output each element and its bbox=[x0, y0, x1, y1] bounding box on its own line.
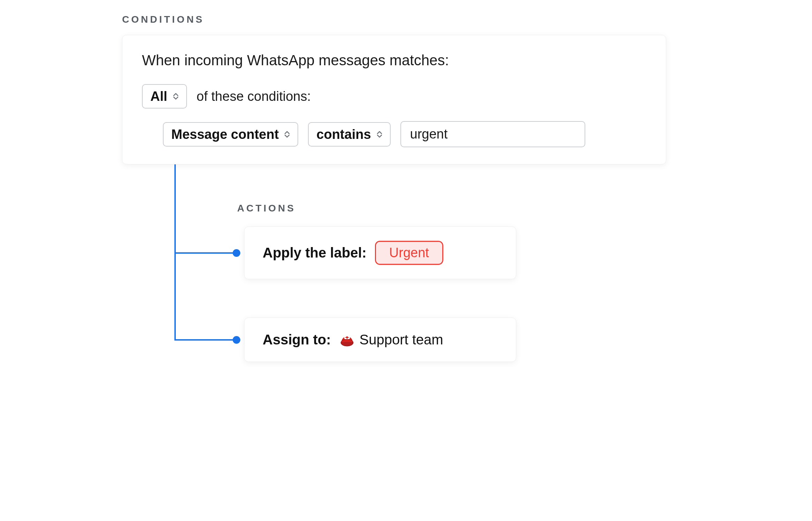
action-row: Apply the label: Urgent bbox=[174, 226, 691, 279]
label-tag-urgent[interactable]: Urgent bbox=[375, 241, 443, 265]
assignee-name: Support team bbox=[360, 332, 443, 348]
conditions-card: When incoming WhatsApp messages matches:… bbox=[122, 35, 666, 164]
conditions-title: When incoming WhatsApp messages matches: bbox=[142, 52, 646, 69]
svg-rect-3 bbox=[345, 337, 349, 338]
assignee-value[interactable]: Support team bbox=[339, 332, 443, 348]
action-row: Assign to: Support team bbox=[174, 318, 691, 362]
condition-field-value: Message content bbox=[171, 128, 279, 141]
action-apply-label-card: Apply the label: Urgent bbox=[244, 226, 516, 279]
chevron-updown-icon bbox=[173, 93, 179, 100]
connector-node-dot bbox=[233, 249, 240, 257]
action-assign-card: Assign to: Support team bbox=[244, 318, 516, 362]
conditions-section-label: CONDITIONS bbox=[122, 14, 691, 25]
connector-horizontal-line bbox=[175, 252, 236, 254]
connector-horizontal-line bbox=[175, 339, 236, 341]
condition-operator-select[interactable]: contains bbox=[308, 122, 390, 147]
condition-operator-value: contains bbox=[316, 128, 371, 141]
match-suffix-text: of these conditions: bbox=[197, 89, 311, 104]
rescue-helmet-icon bbox=[339, 332, 355, 348]
condition-field-select[interactable]: Message content bbox=[163, 122, 298, 147]
action-assign-text: Assign to: bbox=[263, 332, 331, 348]
connector-node-dot bbox=[233, 336, 240, 344]
match-mode-select[interactable]: All bbox=[142, 84, 187, 109]
action-apply-label-text: Apply the label: bbox=[263, 245, 367, 261]
chevron-updown-icon bbox=[377, 131, 382, 138]
condition-value-input[interactable] bbox=[400, 121, 585, 147]
chevron-updown-icon bbox=[284, 131, 290, 138]
match-mode-value: All bbox=[150, 90, 167, 103]
actions-section-label: ACTIONS bbox=[237, 203, 691, 214]
